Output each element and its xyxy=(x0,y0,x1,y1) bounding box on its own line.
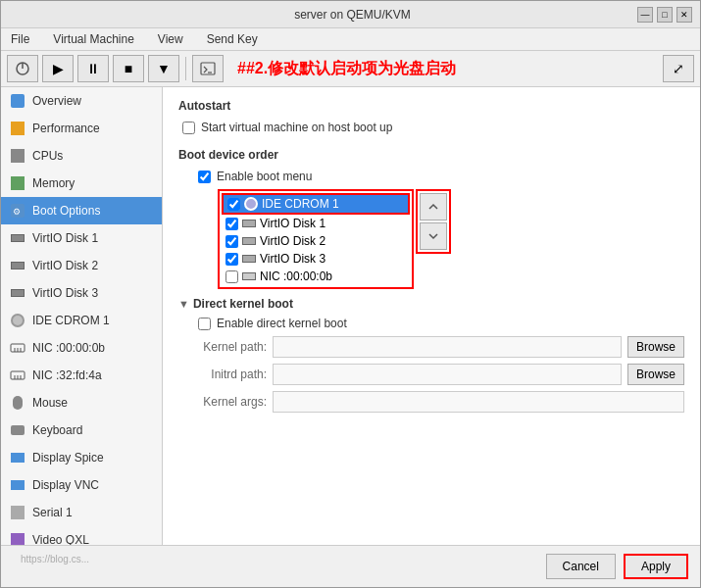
boot-device-row-vd3[interactable]: VirtIO Disk 3 xyxy=(222,250,410,268)
boot-device-cdrom-checkbox[interactable] xyxy=(227,198,240,211)
kernel-path-browse-btn[interactable]: Browse xyxy=(627,336,684,358)
sidebar-item-cpus[interactable]: CPUs xyxy=(1,142,162,170)
autostart-label: Start virtual machine on host boot up xyxy=(201,121,392,134)
virtio-disk-1-icon xyxy=(9,229,26,247)
boot-device-row-vd1[interactable]: VirtIO Disk 1 xyxy=(222,215,410,232)
enable-direct-kernel-label: Enable direct kernel boot xyxy=(217,317,347,330)
sidebar-item-boot-options[interactable]: ⚙ Boot Options xyxy=(1,197,162,224)
enable-direct-kernel-checkbox[interactable] xyxy=(198,318,211,330)
cdrom-small-icon xyxy=(244,197,258,211)
disk-icon-vd1 xyxy=(242,220,256,227)
sidebar-item-display-vnc[interactable]: Display VNC xyxy=(1,471,162,499)
power-btn[interactable] xyxy=(7,55,38,82)
boot-device-vd3-checkbox[interactable] xyxy=(225,253,238,266)
serial-1-icon xyxy=(9,504,26,521)
virtio-disk-3-icon xyxy=(9,284,26,302)
sidebar-item-performance[interactable]: Performance xyxy=(1,115,162,142)
sidebar-item-memory[interactable]: Memory xyxy=(1,170,162,197)
nic-1-icon xyxy=(9,339,26,357)
kernel-args-row: Kernel args: xyxy=(178,391,684,413)
sidebar-item-virtio-disk-2[interactable]: VirtIO Disk 2 xyxy=(1,252,162,279)
apply-button[interactable]: Apply xyxy=(624,554,688,579)
boot-order-up-btn[interactable] xyxy=(420,193,447,220)
overview-icon xyxy=(9,92,26,110)
close-btn[interactable]: ✕ xyxy=(676,7,692,23)
boot-device-row-vd2[interactable]: VirtIO Disk 2 xyxy=(222,232,410,250)
initrd-path-browse-btn[interactable]: Browse xyxy=(627,364,684,385)
enable-boot-menu-checkbox[interactable] xyxy=(198,171,211,183)
boot-order-controls xyxy=(416,189,451,254)
minimize-btn[interactable]: — xyxy=(637,7,653,23)
annotation-text: ##2.修改默认启动项为光盘启动 xyxy=(237,59,456,79)
bottom-bar: https://blog.cs... Cancel Apply xyxy=(1,545,700,587)
sidebar: Overview Performance CPUs Memory ⚙ Boot … xyxy=(1,87,163,545)
sidebar-item-display-spice[interactable]: Display Spice xyxy=(1,444,162,471)
boot-device-vd3-label: VirtIO Disk 3 xyxy=(260,252,325,266)
boot-device-nic-label: NIC :00:00:0b xyxy=(260,270,332,283)
sidebar-item-serial-1[interactable]: Serial 1 xyxy=(1,499,162,526)
maximize-btn[interactable]: □ xyxy=(657,7,673,23)
enable-direct-kernel-row: Enable direct kernel boot xyxy=(194,317,684,330)
resize-btn[interactable]: ⤢ xyxy=(663,55,694,82)
display-vnc-icon xyxy=(9,476,26,494)
enable-boot-menu-label: Enable boot menu xyxy=(217,170,312,183)
detail-panel: Autostart Start virtual machine on host … xyxy=(163,87,700,545)
console-btn[interactable] xyxy=(192,55,224,82)
nic-2-icon xyxy=(9,367,26,384)
toolbar-sep xyxy=(185,57,186,80)
boot-device-vd2-label: VirtIO Disk 2 xyxy=(260,234,325,248)
boot-device-cdrom-label: IDE CDROM 1 xyxy=(262,197,339,211)
main-window: server on QEMU/KVM — □ ✕ File Virtual Ma… xyxy=(0,0,701,588)
main-content: Overview Performance CPUs Memory ⚙ Boot … xyxy=(1,87,700,545)
menu-view[interactable]: View xyxy=(152,30,189,48)
pause-btn[interactable]: ⏸ xyxy=(77,55,109,82)
sidebar-item-virtio-disk-3[interactable]: VirtIO Disk 3 xyxy=(1,279,162,307)
play-btn[interactable]: ▶ xyxy=(42,55,74,82)
window-controls: — □ ✕ xyxy=(637,7,692,23)
sidebar-item-overview[interactable]: Overview xyxy=(1,87,162,115)
disk-icon-vd2 xyxy=(242,237,256,245)
kernel-path-label: Kernel path: xyxy=(178,340,267,354)
sidebar-item-keyboard[interactable]: Keyboard xyxy=(1,416,162,444)
cancel-button[interactable]: Cancel xyxy=(546,554,616,579)
kernel-args-label: Kernel args: xyxy=(178,395,267,409)
boot-order-down-btn[interactable] xyxy=(420,222,447,250)
sidebar-item-mouse[interactable]: Mouse xyxy=(1,389,162,416)
menu-send-key[interactable]: Send Key xyxy=(201,30,264,48)
boot-device-nic-checkbox[interactable] xyxy=(225,270,238,283)
virtio-disk-2-icon xyxy=(9,257,26,274)
performance-icon xyxy=(9,120,26,137)
sidebar-item-ide-cdrom-1[interactable]: IDE CDROM 1 xyxy=(1,307,162,334)
sidebar-item-video-qxl[interactable]: Video QXL xyxy=(1,526,162,545)
initrd-path-input[interactable] xyxy=(273,364,622,385)
autostart-section-title: Autostart xyxy=(178,99,684,113)
ide-cdrom-1-icon xyxy=(9,312,26,329)
video-qxl-icon xyxy=(9,531,26,545)
boot-device-vd2-checkbox[interactable] xyxy=(225,235,238,248)
keyboard-icon xyxy=(9,421,26,439)
initrd-path-row: Initrd path: Browse xyxy=(178,364,684,385)
boot-device-vd1-checkbox[interactable] xyxy=(225,218,238,230)
menu-virtual-machine[interactable]: Virtual Machine xyxy=(47,30,140,48)
boot-device-row-ide-cdrom[interactable]: IDE CDROM 1 xyxy=(222,193,410,215)
menu-file[interactable]: File xyxy=(5,30,35,48)
nic-icon-small xyxy=(242,272,256,280)
boot-device-row-nic[interactable]: NIC :00:00:0b xyxy=(222,268,410,285)
mouse-icon xyxy=(9,394,26,412)
display-spice-icon xyxy=(9,449,26,466)
direct-kernel-title: Direct kernel boot xyxy=(193,297,293,311)
stop-btn[interactable]: ■ xyxy=(113,55,144,82)
boot-device-order-title: Boot device order xyxy=(178,148,684,162)
autostart-checkbox[interactable] xyxy=(182,122,195,134)
direct-kernel-section: ▼ Direct kernel boot Enable direct kerne… xyxy=(178,297,684,413)
cpu-icon xyxy=(9,147,26,165)
kernel-path-input[interactable] xyxy=(273,336,622,358)
dropdown-btn[interactable]: ▼ xyxy=(148,55,179,82)
kernel-path-row: Kernel path: Browse xyxy=(178,336,684,358)
sidebar-item-virtio-disk-1[interactable]: VirtIO Disk 1 xyxy=(1,224,162,252)
sidebar-item-nic-2[interactable]: NIC :32:fd:4a xyxy=(1,362,162,389)
boot-icon: ⚙ xyxy=(9,202,26,220)
sidebar-item-nic-1[interactable]: NIC :00:00:0b xyxy=(1,334,162,362)
kernel-args-input[interactable] xyxy=(273,391,684,413)
initrd-path-label: Initrd path: xyxy=(178,368,267,381)
